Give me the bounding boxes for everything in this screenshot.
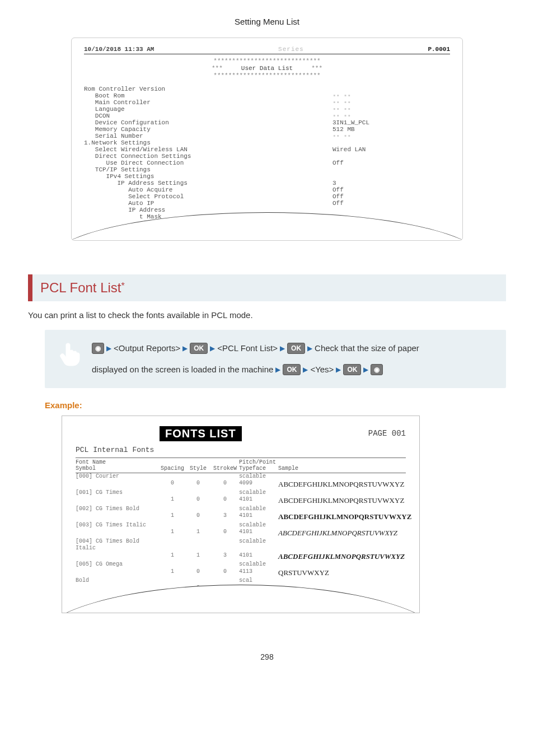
font-row-name: [001] CG Timesscalable (76, 489, 406, 497)
example-label: Example: (45, 400, 506, 410)
font-row-name: [003] CG Times Italicscalable (76, 522, 406, 529)
th-typeface: Typeface (239, 465, 278, 472)
th-strokew: StrokeW (211, 465, 239, 472)
print-row: 1.Network Settings (84, 139, 450, 146)
font-row-name: [005] CG Omegascalable (76, 561, 406, 568)
print-series: Series (278, 46, 304, 53)
pointer-hand-icon (57, 340, 84, 367)
print-row: Use Direct ConnectionOff (84, 160, 450, 166)
arrow-icon: ▶ (106, 342, 111, 355)
font-sample: QRSTUVWXYZ (278, 568, 329, 577)
font-row-data: 1134101ABCDEFGHIJKLMNOPQRSTUVWXYZ (76, 552, 406, 562)
font-row-data: 1004101ABCDEFGHIJKLMNOPQRSTUVWXYZ (76, 496, 406, 506)
menu-key-icon: ◉ (371, 364, 383, 375)
arrow-icon: ▶ (307, 342, 312, 355)
font-row-name: [000] Courierscalable (76, 473, 406, 480)
print-row: Memory Capacity512 MB (84, 126, 450, 133)
section-asterisk: * (121, 281, 125, 290)
ok-key: OK (343, 364, 361, 375)
print-row-label: 1.Network Settings (84, 139, 316, 146)
print-row-label: IP Address Settings (84, 180, 316, 186)
print-row-label: Device Configuration (84, 119, 316, 126)
th-fontname: Font Name (76, 459, 160, 465)
banner-right: *** (311, 65, 322, 72)
print-row-value (316, 207, 450, 213)
print-row-label: Select Wired/Wireless LAN (84, 146, 316, 153)
font-row-name: Boldscal (76, 577, 406, 585)
instruction-fragment: <Output Reports> (114, 340, 180, 357)
print-banner: ***************************** *** User D… (84, 58, 450, 80)
arrow-icon: ▶ (182, 342, 188, 355)
print-row-label: Auto IP (84, 200, 316, 207)
print-row-label: Memory Capacity (84, 126, 316, 133)
print-row-label: Language (84, 106, 316, 113)
font-row-data: 1004113QRSTUVWXYZ (76, 568, 406, 578)
font-sample: ABCDEFGHIJKLMNOPQRSTUVWXYZ (278, 496, 404, 505)
print-page-number: P.0001 (428, 46, 450, 53)
print-row-value (316, 166, 450, 173)
user-data-list-printout: 10/10/2018 11:33 AM Series P.0001 ******… (71, 38, 463, 241)
fonts-table-header: Font Name Symbol Spacing Style StrokeW P… (76, 458, 406, 473)
page-header: Setting Menu List (28, 17, 506, 26)
print-row-label: Auto Acquire (84, 186, 316, 193)
print-row-value: Off (316, 193, 450, 200)
instruction-fragment: <Yes> (310, 361, 334, 378)
th-symbol: Symbol (76, 465, 160, 472)
arrow-icon: ▶ (303, 363, 308, 376)
th-style: Style (185, 465, 211, 472)
print-row-value: ▪▪ ▪▪ (316, 106, 450, 113)
print-row-value (316, 153, 450, 160)
print-row-label: Rom Controller Version (84, 86, 316, 92)
print-row-value: Off (316, 160, 450, 166)
th-sample: Sample (278, 465, 406, 472)
print-row: Boot Rom▪▪ ▪▪ (84, 92, 450, 99)
print-row-value: Off (316, 186, 450, 193)
arrow-icon: ▶ (210, 342, 215, 355)
font-row-name: [002] CG Times Boldscalable (76, 506, 406, 513)
print-row: Main Controller▪▪ ▪▪ (84, 99, 450, 106)
arrow-icon: ▶ (363, 363, 368, 376)
print-row-value: Off (316, 200, 450, 207)
print-row: Direct Connection Settings (84, 153, 450, 160)
font-row-name: [004] CG Times Bold Italicscalable (76, 538, 406, 552)
print-row-label: Direct Connection Settings (84, 153, 316, 160)
font-sample: ABCDEFGHIJKLMNOPQRSTUVWXYZ (278, 529, 397, 537)
print-row-value: Wired LAN (316, 146, 450, 153)
print-row: Auto AcquireOff (84, 186, 450, 193)
print-row: Rom Controller Version (84, 86, 450, 92)
section-description: You can print a list to check the fonts … (28, 310, 506, 320)
font-sample: ABCDEFGHIJKLMNOPQRSTUVWXYZ (278, 552, 405, 561)
th-spacing: Spacing (160, 465, 185, 472)
print-row: Device Configuration3IN1_W_PCL (84, 119, 450, 126)
print-row-value: 512 MB (316, 126, 450, 133)
footer-page-number: 298 (28, 652, 506, 661)
instruction-fragment: Check that the size of paper (315, 340, 419, 357)
fonts-page-number: PAGE 001 (368, 429, 406, 438)
fonts-list-printout: FONTS LIST PAGE 001 PCL Internal Fonts F… (62, 416, 420, 614)
ok-key: OK (287, 343, 305, 354)
print-row-value: ▪▪ ▪▪ (316, 133, 450, 139)
print-row: Auto IPOff (84, 200, 450, 207)
print-row-value (316, 86, 450, 92)
print-row-value: 3IN1_W_PCL (316, 119, 450, 126)
print-row: IP Address Settings3 (84, 180, 450, 186)
font-row-data: 0004099ABCDEFGHIJKLMNOPQRSTUVWXYZ (76, 480, 406, 489)
fonts-subtitle: PCL Internal Fonts (76, 446, 406, 454)
print-timestamp: 10/10/2018 11:33 AM (84, 46, 154, 53)
th-pitch: Pitch/Point (239, 459, 278, 465)
print-row-label: Use Direct Connection (84, 160, 316, 166)
banner-stars: ***************************** (84, 58, 450, 65)
print-row: Serial Number▪▪ ▪▪ (84, 133, 450, 139)
print-row-value: 3 (316, 180, 450, 186)
font-row-data: 1034101ABCDEFGHIJKLMNOPQRSTUVWXYZ (76, 512, 406, 522)
print-row-label: Select Protocol (84, 193, 316, 200)
print-row-value (316, 173, 450, 180)
print-row-label: IPv4 Settings (84, 173, 316, 180)
section-heading: PCL Font List* (28, 274, 506, 301)
arrow-icon: ▶ (275, 363, 280, 376)
print-row: Select Wired/Wireless LANWired LAN (84, 146, 450, 153)
font-sample: ABCDEFGHIJKLMNOPQRSTUVWXYZ (278, 512, 411, 521)
font-row-data: 1104101ABCDEFGHIJKLMNOPQRSTUVWXYZ (76, 529, 406, 538)
banner-left: *** (212, 65, 223, 72)
instruction-fragment: displayed on the screen is loaded in the… (92, 361, 273, 378)
